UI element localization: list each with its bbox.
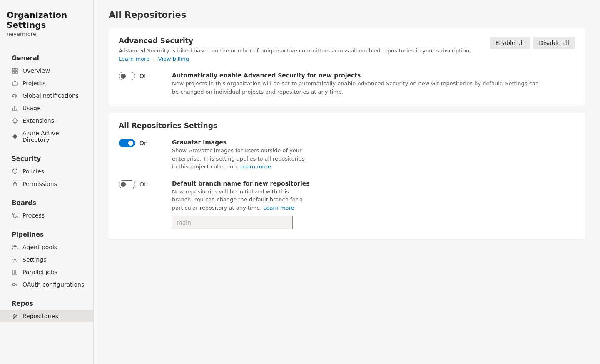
- grid-icon: [12, 67, 18, 74]
- parallel-icon: [12, 269, 18, 275]
- sidebar-item-label: OAuth configurations: [22, 281, 84, 288]
- card-header: Advanced Security Advanced Security is b…: [119, 37, 575, 63]
- enable-all-button[interactable]: Enable all: [490, 37, 530, 49]
- svg-rect-3: [15, 71, 17, 73]
- gravatar-title: Gravatar images: [172, 139, 575, 146]
- sidebar-item-global-notifications[interactable]: Global notifications: [0, 89, 93, 102]
- sidebar-item-projects[interactable]: Projects: [0, 77, 93, 89]
- svg-point-6: [12, 213, 14, 215]
- main-content: All Repositories Advanced Security Advan…: [94, 0, 600, 364]
- default-branch-input[interactable]: [172, 216, 293, 229]
- svg-rect-0: [12, 68, 15, 70]
- default-branch-body: Default branch name for new repositories…: [172, 180, 575, 230]
- sidebar-item-usage[interactable]: Usage: [0, 102, 93, 114]
- toggle-state-label: Off: [139, 181, 148, 188]
- auto-enable-toggle-wrap: Off: [119, 72, 164, 80]
- gravatar-desc: Show Gravatar images for users outside o…: [172, 146, 305, 171]
- svg-rect-1: [15, 68, 17, 70]
- sidebar-item-label: Overview: [22, 67, 50, 74]
- section-label-security: Security: [0, 153, 93, 165]
- sidebar-item-agent-pools[interactable]: Agent pools: [0, 241, 93, 253]
- sidebar: Organization Settings nevermore General …: [0, 0, 94, 364]
- advanced-security-desc: Advanced Security is billed based on the…: [119, 47, 471, 63]
- briefcase-icon: [12, 80, 18, 87]
- sidebar-item-overview[interactable]: Overview: [0, 64, 93, 77]
- sidebar-section-pipelines: Pipelines Agent pools Settings Parallel …: [0, 228, 93, 291]
- gravatar-toggle[interactable]: [119, 139, 135, 147]
- svg-point-7: [16, 216, 17, 218]
- gravatar-row: On Gravatar images Show Gravatar images …: [119, 139, 575, 171]
- gravatar-toggle-wrap: On: [119, 139, 164, 147]
- svg-point-14: [13, 314, 15, 315]
- svg-point-16: [16, 316, 17, 317]
- all-repos-settings-card: All Repositories Settings On Gravatar im…: [109, 113, 585, 239]
- sidebar-item-label: Global notifications: [22, 92, 79, 99]
- svg-rect-12: [16, 270, 17, 274]
- learn-more-link[interactable]: Learn more: [119, 56, 149, 62]
- svg-point-10: [14, 259, 16, 260]
- sidebar-item-oauth[interactable]: OAuth configurations: [0, 278, 93, 291]
- diamond-icon: [12, 133, 18, 140]
- sidebar-item-label: Azure Active Directory: [22, 130, 87, 143]
- svg-point-15: [13, 317, 15, 319]
- auto-enable-desc: New projects in this organization will b…: [172, 79, 547, 96]
- advanced-security-title: Advanced Security: [119, 37, 471, 45]
- view-billing-link[interactable]: View billing: [158, 56, 189, 62]
- sidebar-item-label: Policies: [22, 168, 44, 175]
- default-branch-learn-more-link[interactable]: Learn more: [263, 205, 294, 211]
- sidebar-item-settings[interactable]: Settings: [0, 253, 93, 266]
- sidebar-item-label: Projects: [22, 80, 45, 87]
- default-branch-row: Off Default branch name for new reposito…: [119, 180, 575, 230]
- default-branch-toggle-wrap: Off: [119, 180, 164, 188]
- agents-icon: [12, 244, 18, 250]
- sidebar-item-label: Permissions: [22, 181, 57, 187]
- sidebar-item-policies[interactable]: Policies: [0, 165, 93, 178]
- toggle-state-label: Off: [139, 73, 148, 79]
- key-icon: [12, 281, 18, 288]
- flow-icon: [12, 212, 18, 219]
- chart-icon: [12, 105, 18, 111]
- default-branch-toggle[interactable]: [119, 180, 135, 188]
- sidebar-item-label: Agent pools: [22, 244, 57, 250]
- sidebar-item-label: Usage: [22, 105, 41, 111]
- sidebar-item-azure-ad[interactable]: Azure Active Directory: [0, 127, 93, 146]
- svg-rect-5: [13, 183, 17, 186]
- separator: |: [153, 56, 154, 62]
- card-actions: Enable all Disable all: [490, 37, 575, 49]
- section-label-pipelines: Pipelines: [0, 228, 93, 241]
- sidebar-item-permissions[interactable]: Permissions: [0, 178, 93, 190]
- svg-point-13: [12, 283, 15, 286]
- sidebar-item-extensions[interactable]: Extensions: [0, 114, 93, 127]
- sidebar-item-process[interactable]: Process: [0, 209, 93, 222]
- puzzle-icon: [12, 117, 18, 124]
- default-branch-desc: New repositories will be initialized wit…: [172, 188, 305, 212]
- sidebar-subtitle: nevermore: [7, 31, 87, 37]
- sidebar-section-security: Security Policies Permissions: [0, 153, 93, 190]
- toggle-state-label: On: [139, 140, 148, 146]
- all-repos-title: All Repositories Settings: [119, 121, 575, 130]
- gravatar-learn-more-link[interactable]: Learn more: [240, 163, 271, 170]
- sidebar-item-label: Extensions: [22, 117, 54, 124]
- sidebar-section-repos: Repos Repositories: [0, 297, 93, 322]
- disable-all-button[interactable]: Disable all: [533, 37, 575, 49]
- sidebar-item-label: Parallel jobs: [22, 269, 57, 275]
- auto-enable-toggle[interactable]: [119, 72, 135, 80]
- card-header-text: Advanced Security Advanced Security is b…: [119, 37, 471, 63]
- lock-icon: [12, 181, 18, 187]
- gear-icon: [12, 256, 18, 263]
- sidebar-item-parallel-jobs[interactable]: Parallel jobs: [0, 266, 93, 278]
- sidebar-item-repositories[interactable]: Repositories: [0, 310, 93, 322]
- default-branch-title: Default branch name for new repositories: [172, 180, 575, 187]
- auto-enable-title: Automatically enable Advanced Security f…: [172, 72, 575, 79]
- sidebar-item-label: Repositories: [22, 313, 58, 319]
- sidebar-item-label: Settings: [22, 256, 46, 263]
- sidebar-item-label: Process: [22, 212, 45, 219]
- sidebar-section-boards: Boards Process: [0, 197, 93, 222]
- sidebar-title: Organization Settings: [7, 10, 87, 30]
- sidebar-section-general: General Overview Projects Global notific…: [0, 52, 93, 146]
- megaphone-icon: [12, 92, 18, 99]
- shield-icon: [12, 168, 18, 175]
- sidebar-header: Organization Settings nevermore: [0, 10, 93, 45]
- gravatar-body: Gravatar images Show Gravatar images for…: [172, 139, 575, 171]
- section-label-general: General: [0, 52, 93, 64]
